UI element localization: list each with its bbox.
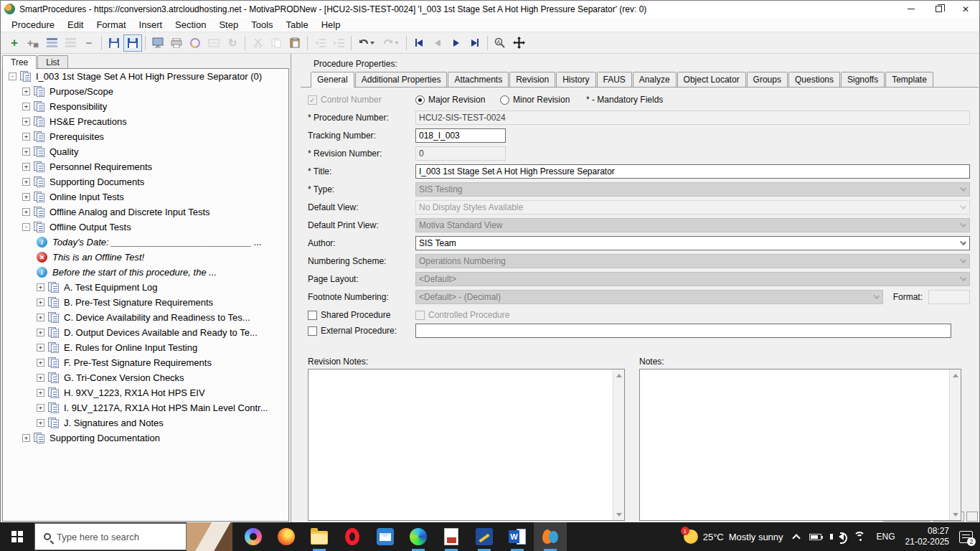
cut-icon[interactable] (248, 34, 267, 52)
tab-faus[interactable]: FAUS (597, 72, 632, 87)
menu-tools[interactable]: Tools (245, 17, 279, 32)
shared-procedure-checkbox[interactable]: Shared Procedure (308, 310, 415, 320)
outline-view-icon[interactable] (42, 34, 61, 52)
tree-item[interactable]: +I. 9LV_1217A, RX1A Hot HPS Main Level C… (3, 400, 288, 415)
control-number-checkbox[interactable]: ✓ Control Number (308, 95, 415, 105)
tray-overflow-icon[interactable] (792, 534, 800, 542)
taskbar-file-explorer-icon[interactable] (303, 522, 336, 551)
expander[interactable]: + (37, 374, 44, 382)
save-as-icon[interactable] (105, 34, 123, 52)
menu-section[interactable]: Section (169, 17, 212, 32)
scrollbar[interactable] (613, 369, 624, 520)
tab-tree[interactable]: Tree (2, 55, 37, 69)
expander[interactable]: + (37, 404, 44, 412)
tab-analyze[interactable]: Analyze (633, 72, 677, 87)
expander[interactable]: + (22, 178, 30, 186)
tracking-number-field[interactable] (415, 128, 506, 143)
menu-format[interactable]: Format (90, 17, 132, 32)
taskbar-edge-icon[interactable] (402, 522, 435, 551)
expander[interactable]: + (22, 193, 30, 201)
wifi-icon[interactable] (854, 532, 867, 542)
menu-insert[interactable]: Insert (133, 17, 169, 32)
add-step-icon[interactable]: +▣ (24, 34, 42, 52)
save-icon[interactable] (123, 34, 142, 52)
tree-item[interactable]: iBefore the start of this procedure, the… (3, 265, 288, 280)
author-select[interactable]: SIS Team (415, 236, 970, 250)
tab-list[interactable]: List (37, 55, 68, 69)
taskbar-search[interactable]: Type here to search (34, 523, 187, 550)
default-print-view-select[interactable]: Motiva Standard View (415, 218, 970, 232)
revision-notes-textarea[interactable] (308, 369, 625, 521)
tree-item[interactable]: +Quality (3, 144, 288, 159)
notes-textarea[interactable] (639, 369, 961, 521)
tree-item[interactable]: +H. 9XV_1223, RX1A Hot HPS EIV (3, 385, 288, 400)
expander[interactable]: + (37, 389, 44, 397)
expander[interactable]: + (22, 163, 30, 171)
expander[interactable]: + (37, 298, 44, 306)
go-next-icon[interactable] (447, 34, 466, 52)
tree-item[interactable]: ✕This is an Offline Test! (3, 250, 288, 265)
tree-item[interactable]: iToday's Date: _________________________… (3, 235, 288, 250)
tree-item[interactable]: +F. Pre-Test Signature Requirements (3, 355, 288, 370)
menu-step[interactable]: Step (212, 17, 245, 32)
undo-icon[interactable] (354, 34, 379, 52)
tree-item[interactable]: +HS&E Precautions (3, 114, 288, 129)
tree-item[interactable]: +B. Pre-Test Signature Requirements (3, 295, 288, 310)
outdent-icon[interactable] (311, 34, 329, 52)
tab-history[interactable]: History (556, 72, 595, 87)
tree-item[interactable]: +A. Test Equipment Log (3, 280, 288, 295)
tree-item[interactable]: +C. Device Availability and Readiness to… (3, 310, 288, 325)
go-first-icon[interactable] (410, 34, 428, 52)
notification-center-icon[interactable]: 2 (959, 531, 973, 543)
page-layout-select[interactable]: <Default> (415, 272, 970, 286)
tab-groups[interactable]: Groups (747, 72, 788, 87)
spell-check-icon[interactable]: A (491, 34, 509, 52)
taskbar-firefox-icon[interactable] (270, 522, 303, 551)
expander[interactable]: + (37, 359, 44, 367)
start-button[interactable] (0, 522, 34, 551)
minor-revision-radio[interactable]: Minor Revision (500, 95, 580, 105)
type-select[interactable]: SIS Testing (415, 182, 970, 197)
panel-splitter[interactable] (291, 54, 301, 522)
tab-object-locator[interactable]: Object Locator (677, 72, 746, 87)
taskbar-smartprocedures-icon[interactable] (534, 522, 567, 551)
weather-widget[interactable]: 1 25°C Mostly sunny (684, 529, 783, 544)
outline-view-alt-icon[interactable] (61, 34, 80, 52)
expander[interactable]: + (37, 329, 44, 336)
expander[interactable]: + (22, 103, 30, 110)
sync-icon[interactable]: ↻ (223, 34, 242, 52)
move-pan-icon[interactable] (509, 34, 528, 52)
revision-number-field[interactable] (415, 146, 506, 161)
remove-icon[interactable]: − (80, 34, 98, 52)
external-procedure-field[interactable] (415, 324, 951, 338)
copy-icon[interactable] (267, 34, 286, 52)
tree-item[interactable]: -Offline Output Tests (3, 220, 288, 235)
add-icon[interactable]: + (5, 34, 24, 52)
tree-item[interactable]: +Personnel Requirements (3, 159, 288, 174)
tab-general[interactable]: General (311, 72, 354, 88)
print-icon[interactable] (167, 34, 186, 52)
tree-item[interactable]: +Online Input Tests (3, 189, 288, 204)
expander[interactable]: + (37, 283, 44, 291)
tree-item[interactable]: +E. Rules for Online Input Testing (3, 340, 288, 355)
close-button[interactable]: ✕ (952, 1, 979, 17)
refresh-ring-icon[interactable] (186, 34, 204, 52)
menu-procedure[interactable]: Procedure (5, 17, 61, 32)
expander[interactable]: + (22, 148, 30, 156)
expander[interactable]: - (22, 223, 30, 231)
expander[interactable]: + (22, 88, 30, 95)
news-widget-thumbnail[interactable] (187, 522, 232, 551)
menu-edit[interactable]: Edit (61, 17, 90, 32)
taskbar-loop-icon[interactable] (237, 522, 270, 551)
export-box-icon[interactable] (204, 34, 223, 52)
tab-revision[interactable]: Revision (509, 72, 555, 87)
scroll-up-icon[interactable] (613, 369, 624, 381)
tree-item[interactable]: +Responsibility (3, 99, 288, 114)
expander[interactable]: + (22, 208, 30, 216)
tree-item[interactable]: +Supporting Documents (3, 174, 288, 189)
expander[interactable]: + (37, 314, 44, 321)
tree-item[interactable]: +Purpose/Scope (3, 84, 288, 99)
expander[interactable]: + (37, 419, 44, 427)
taskbar-word-icon[interactable]: W (501, 522, 534, 551)
go-last-icon[interactable] (466, 34, 484, 52)
